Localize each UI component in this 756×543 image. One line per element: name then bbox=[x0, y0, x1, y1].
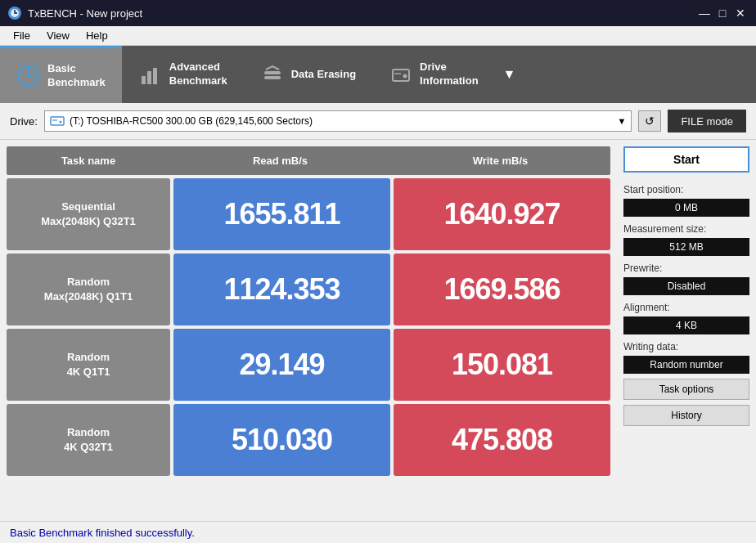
menu-view[interactable]: View bbox=[40, 28, 76, 43]
bench-label-1: Sequential Max(2048K) Q32T1 bbox=[7, 178, 170, 250]
bench-write-4: 475.808 bbox=[394, 404, 610, 476]
task-options-button[interactable]: Task options bbox=[623, 379, 749, 400]
bench-label-2: Random Max(2048K) Q1T1 bbox=[7, 254, 170, 325]
drive-dropdown-arrow: ▼ bbox=[618, 116, 627, 126]
title-bar-left: TxBENCH - New project bbox=[8, 7, 142, 20]
drive-icon bbox=[389, 62, 413, 87]
col-read: Read mB/s bbox=[170, 151, 390, 170]
toolbar: BasicBenchmark AdvancedBenchmark Data Er… bbox=[0, 46, 756, 103]
alignment-label: Alignment: bbox=[623, 302, 749, 313]
start-position-label: Start position: bbox=[623, 184, 749, 195]
minimize-button[interactable]: — bbox=[697, 6, 712, 20]
svg-rect-3 bbox=[142, 76, 146, 84]
window-controls: — □ ✕ bbox=[697, 6, 748, 20]
svg-rect-5 bbox=[153, 68, 157, 84]
toolbar-drive-information[interactable]: DriveInformation bbox=[372, 46, 495, 103]
writing-data-value: Random number bbox=[623, 356, 749, 374]
toolbar-basic-benchmark[interactable]: BasicBenchmark bbox=[0, 46, 122, 103]
svg-rect-6 bbox=[264, 71, 281, 74]
alignment-value: 4 KB bbox=[623, 316, 749, 334]
benchmark-area: Task name Read mB/s Write mB/s Sequentia… bbox=[0, 140, 617, 521]
menu-bar: File View Help bbox=[0, 26, 756, 46]
bench-write-2: 1669.586 bbox=[394, 254, 610, 325]
data-erasing-label: Data Erasing bbox=[291, 68, 356, 82]
col-task-name: Task name bbox=[7, 151, 170, 170]
main-content: Task name Read mB/s Write mB/s Sequentia… bbox=[0, 140, 756, 521]
measurement-size-label: Measurement size: bbox=[623, 223, 749, 235]
bench-read-3: 29.149 bbox=[173, 329, 390, 401]
table-header: Task name Read mB/s Write mB/s bbox=[7, 146, 610, 175]
bench-row-1: Sequential Max(2048K) Q32T1 1655.811 164… bbox=[7, 178, 610, 250]
maximize-button[interactable]: □ bbox=[715, 6, 730, 20]
start-position-value: 0 MB bbox=[623, 199, 749, 217]
title-bar: TxBENCH - New project — □ ✕ bbox=[0, 0, 756, 26]
bench-read-4: 510.030 bbox=[173, 404, 390, 476]
svg-rect-4 bbox=[147, 71, 151, 84]
app-icon bbox=[8, 7, 21, 20]
bench-row-2: Random Max(2048K) Q1T1 1124.353 1669.586 bbox=[7, 254, 610, 325]
drive-information-label: DriveInformation bbox=[420, 61, 479, 88]
close-button[interactable]: ✕ bbox=[733, 6, 748, 20]
drive-row: Drive: (T:) TOSHIBA-RC500 300.00 GB (629… bbox=[0, 103, 756, 140]
prewrite-value: Disabled bbox=[623, 277, 749, 295]
svg-point-9 bbox=[403, 74, 407, 79]
drive-select[interactable]: (T:) TOSHIBA-RC500 300.00 GB (629,145,60… bbox=[44, 110, 632, 132]
writing-data-label: Writing data: bbox=[623, 341, 749, 352]
bench-read-2: 1124.353 bbox=[173, 254, 390, 325]
advanced-benchmark-label: AdvancedBenchmark bbox=[169, 61, 227, 88]
refresh-button[interactable]: ↺ bbox=[638, 110, 661, 132]
prewrite-label: Prewrite: bbox=[623, 263, 749, 274]
history-button[interactable]: History bbox=[623, 405, 749, 426]
bench-write-3: 150.081 bbox=[394, 329, 610, 401]
col-write: Write mB/s bbox=[390, 151, 610, 170]
status-text: Basic Benchmark finished successfully. bbox=[10, 527, 195, 539]
drive-value: (T:) TOSHIBA-RC500 300.00 GB (629,145,60… bbox=[70, 115, 313, 127]
clock-icon bbox=[16, 64, 41, 88]
right-panel: Start Start position: 0 MB Measurement s… bbox=[617, 140, 756, 521]
svg-point-2 bbox=[27, 74, 30, 78]
start-button[interactable]: Start bbox=[623, 146, 749, 173]
menu-help[interactable]: Help bbox=[79, 28, 115, 43]
erase-icon bbox=[260, 62, 285, 87]
measurement-size-value: 512 MB bbox=[623, 238, 749, 256]
bench-read-1: 1655.811 bbox=[173, 178, 390, 250]
svg-point-12 bbox=[59, 121, 61, 123]
status-bar: Basic Benchmark finished successfully. bbox=[0, 521, 756, 543]
menu-file[interactable]: File bbox=[7, 28, 37, 43]
bench-row-4: Random 4K Q32T1 510.030 475.808 bbox=[7, 404, 610, 476]
bench-label-3: Random 4K Q1T1 bbox=[7, 329, 170, 401]
bar-chart-icon bbox=[138, 62, 163, 87]
bench-label-4: Random 4K Q32T1 bbox=[7, 404, 170, 476]
bench-write-1: 1640.927 bbox=[394, 178, 610, 250]
toolbar-advanced-benchmark[interactable]: AdvancedBenchmark bbox=[122, 46, 244, 103]
app-title: TxBENCH - New project bbox=[28, 7, 142, 20]
toolbar-dropdown-button[interactable]: ▼ bbox=[495, 46, 524, 103]
basic-benchmark-label: BasicBenchmark bbox=[47, 62, 106, 90]
svg-rect-11 bbox=[51, 117, 64, 125]
bench-row-3: Random 4K Q1T1 29.149 150.081 bbox=[7, 329, 610, 401]
drive-label: Drive: bbox=[10, 115, 38, 128]
file-mode-button[interactable]: FILE mode bbox=[668, 110, 746, 132]
toolbar-data-erasing[interactable]: Data Erasing bbox=[244, 46, 372, 103]
svg-rect-7 bbox=[264, 76, 281, 79]
